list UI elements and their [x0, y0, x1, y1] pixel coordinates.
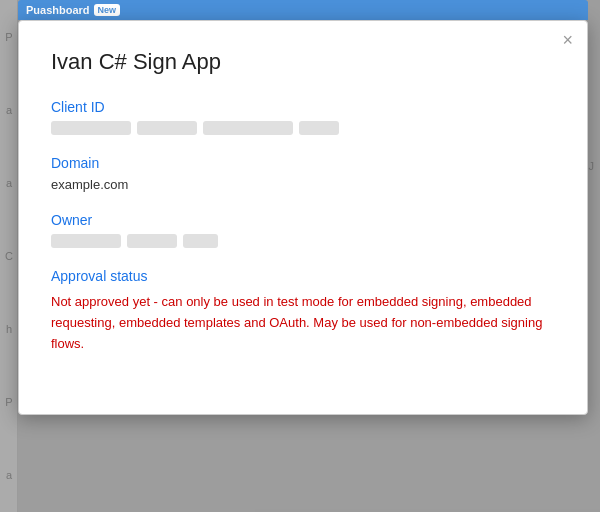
new-badge: New [94, 4, 121, 16]
sidebar-letter-4: C [5, 250, 13, 262]
client-id-label: Client ID [51, 99, 555, 115]
domain-section: Domain example.com [51, 155, 555, 192]
approval-status-section: Approval status Not approved yet - can o… [51, 268, 555, 354]
sidebar-letter-3: a [6, 177, 12, 189]
close-button[interactable]: × [562, 31, 573, 49]
sidebar-letter-2: a [6, 104, 12, 116]
approval-status-label: Approval status [51, 268, 555, 284]
approval-status-message: Not approved yet - can only be used in t… [51, 292, 555, 354]
domain-label: Domain [51, 155, 555, 171]
top-bar-title: Puashboard [26, 4, 90, 16]
sidebar-letter-1: P [5, 31, 12, 43]
client-id-blur-1 [51, 121, 131, 135]
owner-blur-3 [183, 234, 218, 248]
owner-section: Owner [51, 212, 555, 248]
sidebar-letters: P a a C h P a [0, 0, 18, 512]
right-hint-letter: J [589, 160, 595, 172]
top-bar: Puashboard New [18, 0, 588, 20]
sidebar-letter-6: P [5, 396, 12, 408]
modal-dialog: × Ivan C# Sign App Client ID Domain exam… [18, 20, 588, 415]
client-id-blur-4 [299, 121, 339, 135]
owner-blur-2 [127, 234, 177, 248]
client-id-section: Client ID [51, 99, 555, 135]
owner-blur-1 [51, 234, 121, 248]
domain-value: example.com [51, 177, 555, 192]
sidebar-letter-5: h [6, 323, 12, 335]
client-id-blur-2 [137, 121, 197, 135]
owner-label: Owner [51, 212, 555, 228]
modal-title: Ivan C# Sign App [51, 49, 555, 75]
client-id-blur-3 [203, 121, 293, 135]
sidebar-letter-7: a [6, 469, 12, 481]
